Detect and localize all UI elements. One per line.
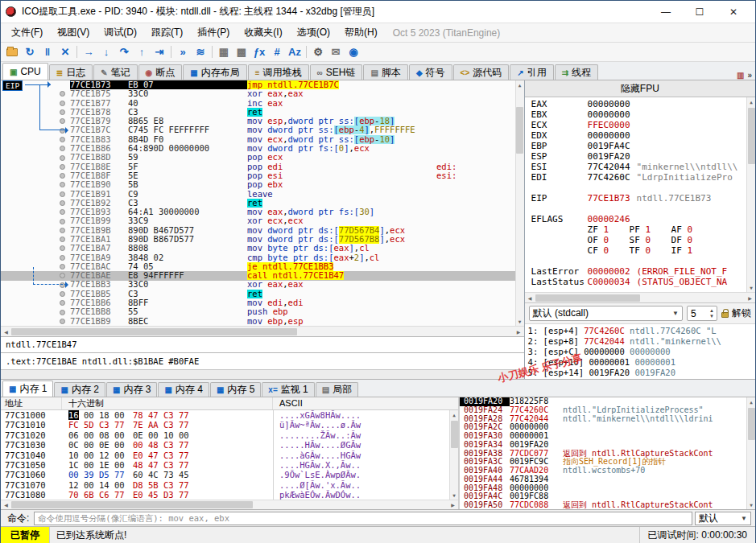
splitter[interactable] [1,370,524,379]
tab-overflow-chevron-icon[interactable]: » [747,71,752,80]
disasm-vertical-scrollbar[interactable]: ▲ ▼ [515,80,524,326]
trace-icon[interactable]: ≋ [192,44,209,60]
globe-icon[interactable]: ◉ [345,44,362,60]
memory-row[interactable]: 77C3104010 00 12 00E0 47 C3 77....àGÃw..… [1,450,458,460]
stack-panel[interactable]: ▲ ▼ 0019FA20318225F80019FA2477C4260Cntdl… [460,397,755,509]
stack-row[interactable]: 0019FA2C00000000 [460,423,755,432]
register-row[interactable] [531,183,755,193]
restart-icon[interactable]: ↻ [21,44,39,60]
register-list[interactable]: ▲ ▼ EAX00000000EBX00000000ECXFFEC0000EDX… [525,97,755,292]
stack-row[interactable]: 0019FA20318225F8 [460,397,755,406]
memory-row[interactable]: 77C3102006 00 08 000E 00 10 00........ŽÃ… [1,430,458,440]
disasm-row[interactable]: 77CE1BB98BECmov ebp,esp [1,317,524,326]
tab-notes[interactable]: ✎笔记 [93,64,137,80]
tab-memory-3[interactable]: ▦内存 3 [106,382,157,397]
argument-count-spinner[interactable]: 5 ▲▼ [687,306,717,321]
stack-row[interactable]: 0019FA340019FA20 [460,441,755,450]
az-icon[interactable]: Az [286,44,304,60]
column-header-address[interactable]: 地址 [1,397,62,409]
breakpoint-dot[interactable] [54,155,70,161]
calling-convention-dropdown[interactable]: 默认 (stdcall) ▼ [529,306,683,321]
breakpoint-dot[interactable] [54,255,70,261]
argument-row[interactable]: 3: [esp+C] 00000000 00000000 [528,347,755,357]
scroll-down-icon[interactable]: ▼ [750,500,753,509]
column-header-hex[interactable]: 十六进制 [62,397,273,409]
stack-row[interactable]: 0019FA4C0019FC88 [460,492,755,501]
scroll-up-icon[interactable]: ▲ [518,80,522,89]
stack-row[interactable]: 0019FA2877C42044ntdll."minkernel\\ntdll\… [460,415,755,424]
maximize-button[interactable]: ☐ [683,2,717,23]
register-row[interactable]: EAX00000000 [531,99,755,109]
disasm-horizontal-scrollbar[interactable]: ◀ ▶ [1,326,524,336]
menu-plugins[interactable]: 插件(P) [190,24,237,41]
stack-row[interactable]: 0019FA4800000000 [460,484,755,493]
register-row[interactable]: LastError00000002(ERROR_FILE_NOT_F [531,266,755,277]
argument-row[interactable]: 2: [esp+8] 77C42044 ntdll."minkernel\\ [528,336,755,347]
stack-row[interactable]: 0019FA3877CDC077返回到 ntdll.RtlCaptureStac… [460,450,755,459]
breakpoint-dot[interactable] [54,237,70,242]
run-icon[interactable]: → [80,44,97,60]
tab-script[interactable]: ▤脚本 [363,64,407,80]
memdump-vertical-scrollbar[interactable]: ▲ ▼ [449,410,458,500]
registers-vertical-scrollbar[interactable]: ▲ ▼ [746,97,755,292]
unlock-toggle[interactable]: 解锁 [721,306,751,320]
memory-row[interactable]: 77C3100016 00 18 0078 47 C3 77....xGÃw8H… [1,410,458,420]
scrollbar-thumb[interactable] [11,501,253,508]
memory-row[interactable]: 77C3108070 6B C6 77E0 45 D3 77pkÆwàEÓw.Ã… [1,490,458,500]
register-row[interactable]: EBX00000000 [531,109,755,120]
spinner-arrows-icon[interactable]: ▲▼ [707,308,717,319]
pause-icon[interactable]: ‖ [39,44,56,60]
breakpoint-dot[interactable] [54,319,70,324]
scrollbar-thumb[interactable] [748,408,755,440]
scrollbar-thumb[interactable] [451,421,458,448]
scroll-left-icon[interactable]: ◀ [1,502,11,508]
memdump-horizontal-scrollbar[interactable]: ◀ ▶ [1,500,458,509]
menu-help[interactable]: 帮助(H) [337,24,385,41]
menu-options[interactable]: 选项(O) [290,24,337,41]
register-row[interactable]: CF 0TF 0IF 1 [531,245,755,256]
close-button[interactable]: ✕ [717,2,750,23]
tab-call-stack[interactable]: ≡调用堆栈 [248,64,309,80]
menu-file[interactable]: 文件(F) [4,24,50,41]
stack-row[interactable]: 0019FA4446781394 [460,475,755,484]
disasm-row[interactable]: 77CE1B905Bpop ebx [1,180,524,189]
register-row[interactable]: EFLAGS00000246 [531,214,755,224]
menu-view[interactable]: 视图(V) [50,24,97,41]
tab-source[interactable]: <>源代码 [453,64,510,80]
tab-watch-1[interactable]: x=监视 1 [262,382,314,397]
stack-row[interactable]: 0019FA3C0019FC9C指向SEH_Record[1]的指针 [460,458,755,467]
register-row[interactable]: ESI77C42044"minkernel\\ntdll\\ [531,162,755,172]
memory-row[interactable]: 77C310501C 00 1E 0048 47 C3 77....HGÃw.X… [1,460,458,470]
tab-seh[interactable]: ∞SEH链 [310,64,363,80]
memory-icon[interactable]: ▦ [215,44,233,60]
breakpoint-dot[interactable] [54,291,70,297]
breakpoint-dot[interactable] [54,191,70,197]
scroll-down-icon[interactable]: ▼ [452,491,456,500]
scroll-up-icon[interactable]: ▲ [750,97,753,106]
tab-memory-4[interactable]: ▦内存 4 [158,382,209,397]
argument-row[interactable]: 1: [esp+4] 77C4260C ntdll.77C4260C "L [528,326,755,336]
scrollbar-thumb[interactable] [516,107,523,154]
tab-breakpoints[interactable]: ◉断点 [138,64,183,80]
step-over-icon[interactable]: ↷ [115,44,133,60]
tab-memory-1[interactable]: ▦内存 1 [2,381,53,397]
feedback-icon[interactable]: ✉ [327,44,345,60]
breakpoint-dot[interactable] [54,137,70,142]
register-row[interactable]: EIP77CE1B73ntdll.77CE1B73 [531,193,755,204]
scroll-down-icon[interactable]: ▼ [750,283,753,292]
register-row[interactable]: EBP0019FA4C [531,141,755,151]
register-row[interactable] [531,256,755,266]
minimize-button[interactable]: — [649,2,683,23]
argument-row[interactable]: 5: [esp+14] 0019FA20 0019FA20 [528,368,755,378]
stack-row[interactable]: 0019FA5077CDC088返回到 ntdll.RtlCaptureStac… [460,501,755,509]
tab-references[interactable]: ↗引用 [510,64,553,80]
scroll-up-icon[interactable]: ▲ [452,410,456,419]
scroll-up-icon[interactable]: ▲ [750,397,753,406]
memory-dump-rows[interactable]: ▲ ▼ 77C3100016 00 18 0078 47 C3 77....xG… [1,410,458,500]
tab-log[interactable]: ≣日志 [49,64,93,80]
settings-icon[interactable]: ⚙ [309,44,327,60]
command-script-dropdown[interactable]: 默认 ▼ [695,512,751,525]
tab-threads[interactable]: ⇉线程 [555,64,598,80]
breakpoint-dot[interactable] [54,209,70,215]
tab-memory-2[interactable]: ▦内存 2 [54,382,105,397]
